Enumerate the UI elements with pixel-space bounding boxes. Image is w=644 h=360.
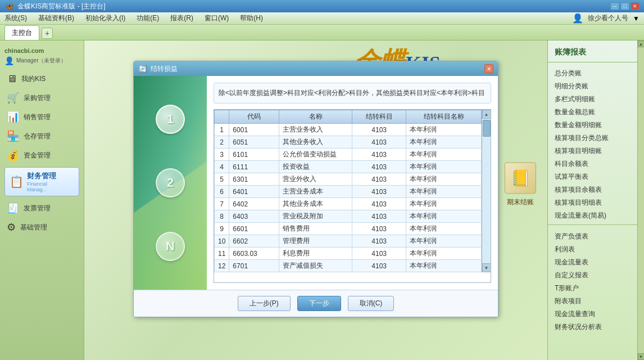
prev-button[interactable]: 上一步(P) [238,296,291,311]
sidebar-item-purchase[interactable]: 🛒 采购管理 [0,88,84,107]
row-target: 4103 [352,148,406,161]
row-target-name: 本年利润 [406,161,482,173]
row-num: 5 [215,173,229,186]
table-row[interactable]: 7 6402 其他业务成本 4103 本年利润 [215,198,482,210]
sidebar-item-sales[interactable]: 📊 销售管理 [0,107,84,127]
right-scroll-up[interactable]: ▲ [638,40,645,47]
dialog-steps-panel: 1 2 N [134,76,207,290]
maximize-button[interactable]: □ [620,2,629,10]
step-n-circle: N [156,232,185,261]
panel-item-cashflow-query[interactable]: 现金流量查询 [548,308,637,321]
menu-function[interactable]: 功能(E) [137,14,159,23]
sidebar-item-invoice[interactable]: 🧾 发票管理 [0,199,84,218]
table-row[interactable]: 4 6111 投资收益 4103 本年利润 [215,161,482,173]
row-code: 6402 [229,198,279,210]
panel-item-appendix[interactable]: 附表项目 [548,295,637,308]
row-code: 6001 [229,124,279,136]
panel-item-cashflow-simple[interactable]: 现金流量表(简易) [548,209,637,222]
table-row[interactable]: 11 6603.03 利息费用 4103 本年利润 [215,248,482,260]
user-name[interactable]: 徐少看个人号 [588,14,628,23]
table-row[interactable]: 9 6601 销售费用 4103 本年利润 [215,223,482,235]
menu-basic-data[interactable]: 基础资料(B) [38,14,74,23]
row-target: 4103 [352,260,406,272]
table-row[interactable]: 10 6602 管理费用 4103 本年利润 [215,235,482,248]
panel-item-cashflow[interactable]: 现金流量表 [548,256,637,269]
row-num: 6 [215,186,229,198]
panel-item-general-ledger[interactable]: 总分类账 [548,67,637,80]
table-row[interactable]: 2 6051 其他业务收入 4103 本年利润 [215,136,482,148]
panel-item-calc-detail[interactable]: 核算项目明细账 [548,145,637,158]
dialog-title-left: 🔄 结转损益 [138,64,178,74]
row-target-name: 本年利润 [406,210,482,223]
close-button[interactable]: ✕ [631,2,640,10]
row-target-name: 本年利润 [406,148,482,161]
left-sidebar: chinacbi.com 👤 Manager（未登录） 🖥 我的KIS 🛒 采购… [0,40,84,360]
panel-item-calc-detail2[interactable]: 核算项目明细表 [548,196,637,209]
scroll-thumb[interactable] [483,120,491,137]
sidebar-item-warehouse[interactable]: 🏪 仓存管理 [0,127,84,146]
minimize-button[interactable]: ─ [610,2,619,10]
menu-init[interactable]: 初始化录入(I) [85,14,125,23]
next-button[interactable]: 下一步 [297,296,341,311]
manager-label: Manager（未登录） [16,57,66,65]
panel-item-assets[interactable]: 资产负债表 [548,230,637,243]
row-target: 4103 [352,198,406,210]
dialog-close-button[interactable]: ✕ [484,64,493,73]
tab-add-button[interactable]: + [42,28,53,39]
window-title: 金蝶KIS商贸标准版 - [主控台] [17,2,106,11]
row-target-name: 本年利润 [406,260,482,272]
panel-item-balance[interactable]: 科目余额表 [548,158,637,170]
panel-item-multi-col[interactable]: 多栏式明细账 [548,93,637,106]
scroll-up-button[interactable]: ▲ [482,110,491,119]
menu-help[interactable]: 帮助(H) [240,14,263,23]
panel-item-qty-detail[interactable]: 数量金额明细账 [548,119,637,132]
panel-item-taccount[interactable]: T形账户 [548,282,637,295]
transfer-table: 代码 名称 结转科目 结转科目名称 1 6001 主营业务收 [214,110,482,272]
table-row[interactable]: 1 6001 主营业务收入 4103 本年利润 [215,124,482,136]
panel-item-detail-ledger[interactable]: 明细分类账 [548,80,637,93]
panel-item-calc-total[interactable]: 核算项目分类总账 [548,132,637,145]
user-dropdown-icon[interactable]: ▼ [633,15,640,22]
title-bar-left: 🦋 金蝶KIS商贸标准版 - [主控台] [4,2,106,11]
panel-item-profit[interactable]: 利润表 [548,243,637,256]
right-scroll-down[interactable]: ▼ [638,353,645,360]
table-row[interactable]: 6 6401 主营业务成本 4103 本年利润 [215,186,482,198]
capital-icon: 💰 [7,149,19,161]
table-inner: 代码 名称 结转科目 结转科目名称 1 6001 主营业务收 [214,110,482,272]
row-code: 6603.03 [229,248,279,260]
app-icon: 🦋 [4,2,14,11]
scroll-down-button[interactable]: ▼ [482,263,491,272]
tab-main-console[interactable]: 主控台 [4,25,39,40]
row-num: 10 [215,235,229,248]
step-2-circle: 2 [156,168,185,197]
row-num: 1 [215,124,229,136]
table-scrollbar[interactable]: ▲ ▼ [482,110,491,272]
table-row[interactable]: 8 6403 营业税及附加 4103 本年利润 [215,210,482,223]
panel-item-trial[interactable]: 试算平衡表 [548,170,637,183]
panel-item-qty-total[interactable]: 数量金额总账 [548,106,637,119]
row-num: 8 [215,210,229,223]
sidebar-item-capital[interactable]: 💰 资金管理 [0,146,84,165]
row-name: 主营业务成本 [279,186,352,198]
sidebar-label-purchase: 采购管理 [24,93,51,103]
sidebar-label-basic-mgmt: 基础管理 [20,223,47,232]
panel-item-calc-balance[interactable]: 核算项目余额表 [548,183,637,196]
row-code: 6111 [229,161,279,173]
menu-report[interactable]: 报表(R) [170,14,193,23]
sidebar-item-mykis[interactable]: 🖥 我的KIS [0,70,84,88]
row-name: 其他业务成本 [279,198,352,210]
sidebar-item-basic-mgmt[interactable]: ⚙ 基础管理 [0,218,84,237]
menu-window[interactable]: 窗口(W) [205,14,229,23]
panel-item-financial-analysis[interactable]: 财务状况分析表 [548,321,637,334]
row-num: 12 [215,260,229,272]
menu-items: 系统(S) 基础资料(B) 初始化录入(I) 功能(E) 报表(R) 窗口(W)… [4,14,263,23]
table-row[interactable]: 3 6101 公允价值变动损益 4103 本年利润 [215,148,482,161]
row-target-name: 本年利润 [406,186,482,198]
cancel-button[interactable]: 取消(C) [348,296,394,311]
table-row[interactable]: 5 6301 营业外收入 4103 本年利润 [215,173,482,186]
menu-system[interactable]: 系统(S) [4,14,27,23]
panel-item-custom[interactable]: 自定义报表 [548,269,637,282]
table-row[interactable]: 12 6701 资产减值损失 4103 本年利润 [215,260,482,272]
sidebar-item-financial[interactable]: 📋 财务管理 FinancialManag... [4,167,79,196]
dialog-overlay: 🔄 结转损益 ✕ 1 2 [84,40,547,360]
